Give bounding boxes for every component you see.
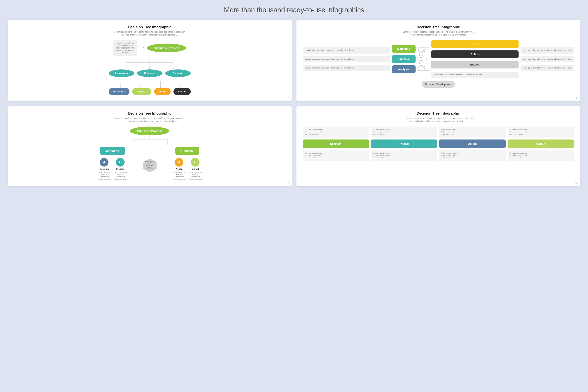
card2-budget: Budget xyxy=(431,60,518,68)
card4-top-text-4: Lorem ipsum dolor sit Lorem ipsum dolor … xyxy=(508,126,574,138)
card4-top-text-2: Lorem ipsum dolor sit Lorem ipsum dolor … xyxy=(371,126,437,138)
card2-right-col: Desire Action Budget Lorem ipsum dolor s… xyxy=(431,40,518,78)
card3-left-branch: Marketing A Decision Lorem ipsum dolor s… xyxy=(97,147,127,180)
card3-hex-container: Lorem ipsum dolor sit amet, sed diam non… xyxy=(143,158,156,172)
dot-icon xyxy=(441,152,442,154)
card1-mid-decision: Decision xyxy=(165,70,191,77)
card3-item-process: B Process Lorem ipsum dolor sit amet, co… xyxy=(114,158,127,180)
card3-number: 19 xyxy=(287,182,289,184)
card4-grid: Lorem ipsum dolor sit Lorem ipsum dolor … xyxy=(303,126,574,161)
dot-icon xyxy=(373,154,374,156)
card4-subtitle: Lorem ipsum dolor sit amet, consectetuer… xyxy=(401,117,476,122)
card1-mid-awareness: Awareness xyxy=(109,70,134,77)
arrow-right-icon xyxy=(139,46,145,50)
card3-subtitle: Lorem ipsum dolor sit amet, consectetuer… xyxy=(112,117,187,122)
card4-top-text-1: Lorem ipsum dolor sit Lorem ipsum dolor … xyxy=(303,126,369,138)
card1-connector2-svg xyxy=(108,77,191,88)
card3-financial: Financial xyxy=(176,147,199,155)
dot-icon xyxy=(305,129,306,130)
card3-title: Decision Tree Infographic xyxy=(14,112,286,116)
card3-marketing: Marketing xyxy=(100,147,125,155)
card3-label-action: Action xyxy=(176,168,182,170)
card3-desc-decision: Lorem ipsum dolor sit amet, consectetuer… xyxy=(97,171,111,180)
card2-business-dev: Business Development xyxy=(422,81,455,88)
card-4: Decision Tree Infographic Lorem ipsum do… xyxy=(296,106,580,186)
card4-btn-output: Output xyxy=(508,140,574,148)
card1-subtitle: Lorem ipsum dolor sit amet, consectetuer… xyxy=(112,30,187,36)
card2-title: Decision Tree Infographic xyxy=(303,25,574,29)
card1-mid-row: Awareness Financial Decision xyxy=(109,70,191,77)
card1-connector-svg xyxy=(108,58,191,70)
card2-right-text-2: Lorem ipsum dolor sit amet, consectetuer… xyxy=(520,47,574,54)
card2-action: Action xyxy=(431,50,518,58)
card4-number: 20 xyxy=(575,182,578,184)
card1-text-box: Lorem ipsum dolor sit amet, consectetuer… xyxy=(114,40,137,56)
card2-lines-svg xyxy=(418,43,429,75)
dot-icon xyxy=(510,129,511,130)
infographic-grid: Decision Tree Infographic Lorem ipsum do… xyxy=(8,20,580,186)
card2-analysis: Analysis xyxy=(392,65,416,73)
card1-bot-analysis: Analysis xyxy=(132,88,151,95)
card3-hexagon: Lorem ipsum dolor sit amet, sed diam non… xyxy=(143,158,156,172)
card-3: Decision Tree Infographic Lorem ipsum do… xyxy=(8,106,292,186)
card4-btn-action: Action xyxy=(439,140,506,148)
card2-bottom: Business Development xyxy=(303,81,574,88)
card2-right-text-4: Lorem ipsum dolor sit amet, consectetuer… xyxy=(520,65,574,71)
card3-circle-a: A xyxy=(100,158,108,166)
dot-icon xyxy=(305,131,306,132)
card3-circle-b: B xyxy=(116,158,124,166)
card3-label-decision: Decision xyxy=(100,168,109,170)
card-2: Decision Tree Infographic Lorem ipsum do… xyxy=(296,20,580,101)
card2-center: Marketing Financial Analysis xyxy=(392,45,416,73)
card1-bot-marketing: Marketing xyxy=(109,88,129,95)
card3-right-items: A Action Lorem ipsum dolor sit amet, con… xyxy=(172,158,202,180)
card2-right-text-1: Lorem ipsum dolor sit amet, consectetuer… xyxy=(431,72,518,78)
card3-top-connector xyxy=(108,136,191,145)
card1-mid-financial: Financial xyxy=(137,70,162,77)
card4-top-text-3: Lorem ipsum dolor sit Lorem ipsum dolor … xyxy=(439,126,506,138)
card3-circle-action: A xyxy=(175,158,184,166)
dot-icon xyxy=(510,154,511,156)
dot-icon xyxy=(441,131,442,132)
dot-icon xyxy=(373,131,374,132)
card3-item-decision: A Decision Lorem ipsum dolor sit amet, c… xyxy=(97,158,111,180)
dot-icon xyxy=(510,131,511,132)
card2-far-right: Lorem ipsum dolor sit amet, consectetuer… xyxy=(520,47,574,71)
card3-label-process: Process xyxy=(116,168,124,170)
card2-left-text-1: Lorem ipsum dolor sit amet, consectetuer… xyxy=(303,47,390,54)
card3-left-items: A Decision Lorem ipsum dolor sit amet, c… xyxy=(97,158,127,180)
card3-right-branch: Financial A Action Lorem ipsum dolor sit… xyxy=(172,147,202,180)
dot-icon xyxy=(441,154,442,156)
card1-number: 17 xyxy=(287,97,289,99)
card3-desc-process: Lorem ipsum dolor sit amet, consectetuer… xyxy=(114,171,127,180)
card4-bot-text-4: Lorem ipsum dolor sit Lorem ipsum dolor … xyxy=(508,150,574,161)
dot-icon xyxy=(510,152,511,154)
card3-desc-action: Lorem ipsum dolor sit amet, consectetuer… xyxy=(172,171,186,180)
card4-title: Decision Tree Infographic xyxy=(303,112,574,116)
card1-top-row: Lorem ipsum dolor sit amet, consectetuer… xyxy=(14,40,286,56)
card2-subtitle: Lorem ipsum dolor sit amet, consectetuer… xyxy=(401,30,476,36)
card2-left-col: Lorem ipsum dolor sit amet, consectetuer… xyxy=(303,47,390,71)
card4-bot-text-2: Lorem ipsum dolor sit Lorem ipsum dolor … xyxy=(371,150,437,161)
card1-bot-budget: Budget xyxy=(174,88,191,95)
card3-label-output: Output xyxy=(192,168,199,170)
card2-desire: Desire xyxy=(431,40,518,48)
card1-diagram: Lorem ipsum dolor sit amet, consectetuer… xyxy=(14,40,286,95)
card3-item-output: B Output Lorem ipsum dolor sit amet, con… xyxy=(188,158,202,180)
dot-icon xyxy=(441,129,442,130)
card3-root: Business Process xyxy=(130,126,170,136)
dot-icon xyxy=(305,154,306,156)
dot-icon xyxy=(373,152,374,154)
card3-item-action: A Action Lorem ipsum dolor sit amet, con… xyxy=(172,158,186,180)
card3-diagram: Business Process Marketing A Decision Lo… xyxy=(14,126,286,180)
card3-mid: Marketing A Decision Lorem ipsum dolor s… xyxy=(14,147,286,180)
card2-left-text-2: Lorem ipsum dolor sit amet, consectetuer… xyxy=(303,56,390,62)
page-title: More than thousand ready-to-use infograp… xyxy=(8,6,580,14)
card4-bot-text-3: Lorem ipsum dolor sit Lorem ipsum dolor … xyxy=(439,150,506,161)
card2-right-text-3: Lorem ipsum dolor sit amet, consectetuer… xyxy=(520,56,574,62)
card3-desc-output: Lorem ipsum dolor sit amet, consectetuer… xyxy=(188,171,202,180)
card1-title: Decision Tree Infographic xyxy=(14,25,286,29)
card2-number: 18 xyxy=(575,97,578,99)
card2-financial: Financial xyxy=(392,55,416,63)
card1-bot-action: Action xyxy=(154,88,170,95)
